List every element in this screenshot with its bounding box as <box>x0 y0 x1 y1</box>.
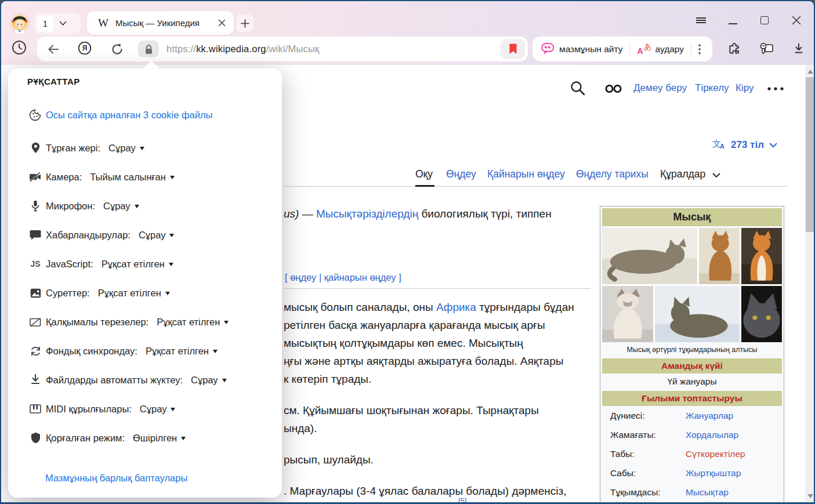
section-edit-links[interactable]: [ өңдеу | қайнарын өңдеу ] <box>285 272 401 283</box>
page-scrollbar[interactable] <box>805 65 814 502</box>
midi-value-dropdown[interactable]: Сұрау <box>140 404 176 415</box>
cat-photo-gray[interactable] <box>741 286 782 342</box>
auto-download-value-dropdown[interactable]: Сұрау <box>191 375 227 386</box>
extensions-button[interactable] <box>725 39 745 59</box>
cat-photo-siamese[interactable] <box>602 286 653 342</box>
cat-photo-ginger-white[interactable] <box>741 228 782 284</box>
tab-history[interactable]: Өңделу тарихы <box>576 168 649 180</box>
paragraph-line: см. Құйымшағы шоқтығынан жоғары. Тырнақт… <box>284 404 539 417</box>
permission-row-protected-content: Қорғалған режим: Өшірілген <box>29 430 186 445</box>
translate-label: аудару <box>655 44 684 55</box>
hamburger-icon <box>696 16 706 24</box>
back-icon[interactable] <box>46 42 60 56</box>
taxonomy-row: Табы: Сүткоректілер <box>602 444 782 463</box>
taxonomy-value-link[interactable]: Жыртқыштар <box>686 468 741 478</box>
reference-link[interactable]: [5] <box>458 496 466 502</box>
donate-link[interactable]: Демеу беру <box>633 82 687 94</box>
browser-window: 1 W Мысық — Уикипедия <box>0 0 815 504</box>
history-button[interactable] <box>10 38 28 57</box>
browser-tab[interactable]: W Мысық — Уикипедия <box>87 11 234 35</box>
cat-photo-tabby-snow[interactable] <box>655 286 740 342</box>
clock-icon <box>11 39 27 56</box>
tab-edit-source[interactable]: Қайнарын өңдеу <box>487 168 565 180</box>
login-link[interactable]: Кіру <box>736 82 754 94</box>
popups-value-dropdown[interactable]: Рұқсат етілген <box>157 317 229 328</box>
tab-read[interactable]: Оқу <box>415 168 433 180</box>
protected-content-value-dropdown[interactable]: Өшірілген <box>133 433 186 444</box>
divider <box>629 43 630 55</box>
reload-icon[interactable] <box>110 42 124 56</box>
language-count-label: 273 тіл <box>731 139 764 151</box>
infobox: Мысық <box>600 206 784 502</box>
section-divider <box>284 288 591 289</box>
tab-edit[interactable]: Өңдеу <box>446 168 476 180</box>
new-tab-button[interactable] <box>236 14 253 32</box>
felidae-link[interactable]: Мысықтәрізділердің <box>316 208 418 220</box>
taxonomy-value-link[interactable]: Жануарлар <box>686 411 733 421</box>
profile-avatar[interactable] <box>9 13 30 34</box>
passwords-button[interactable] <box>757 39 777 59</box>
maximize-icon <box>760 16 769 24</box>
minimize-icon <box>729 23 737 24</box>
yandex-button[interactable]: Я <box>78 41 92 57</box>
images-value-dropdown[interactable]: Рұқсат етілген <box>98 288 170 299</box>
dropdown-caret-icon <box>171 408 175 414</box>
page-tools: мазмұнын айту A あ аудару <box>533 37 712 61</box>
register-link[interactable]: Тіркелу <box>695 82 729 94</box>
read-aloud-label: мазмұнын айту <box>559 44 622 55</box>
maximize-button[interactable] <box>755 12 774 29</box>
dropdown-caret-icon <box>169 234 174 240</box>
url-host: kk.wikipedia.org <box>196 43 266 54</box>
downloads-button[interactable] <box>789 39 809 59</box>
header-more-icon[interactable] <box>767 87 785 90</box>
tab-tools[interactable]: Құралдар <box>660 168 705 180</box>
tools-more-button[interactable] <box>698 44 701 55</box>
appearance-glasses-icon[interactable] <box>604 84 623 93</box>
cat-photo-lying-tabby[interactable] <box>602 228 697 284</box>
tab-group-chip[interactable]: 1 <box>34 13 81 34</box>
tab-close-icon[interactable] <box>218 19 226 27</box>
kebab-menu-icon <box>698 44 701 55</box>
protected-content-icon <box>29 432 42 444</box>
microphone-value-dropdown[interactable]: Сұрау <box>103 201 139 212</box>
background-sync-value-dropdown[interactable]: Рұқсат етілген <box>146 346 218 357</box>
location-value-dropdown[interactable]: Сұрау <box>108 143 144 154</box>
taxonomy-value-redlink[interactable]: Сүткоректілер <box>686 449 745 459</box>
dropdown-caret-icon <box>181 437 186 443</box>
taxonomy-value-link[interactable]: Хордалылар <box>686 430 738 440</box>
paragraph-line: к көтеріп тұрады. <box>284 373 371 386</box>
window-menu-button[interactable] <box>691 12 711 29</box>
url-text[interactable]: https://kk.wikipedia.org/wiki/Мысық <box>166 43 320 55</box>
address-bar[interactable]: Я https://kk.wikipedia.org/wiki/Мысық <box>37 37 528 61</box>
tools-chevron-icon[interactable] <box>712 173 720 178</box>
article-intro-line: us) — Мысықтәрізділердің биологиялық түр… <box>284 208 552 220</box>
bookmark-button[interactable] <box>501 39 525 59</box>
site-permissions-button[interactable] <box>138 41 159 57</box>
cat-photo-abyssinian[interactable] <box>699 228 740 284</box>
minimize-button[interactable] <box>723 12 742 29</box>
scrollbar-thumb[interactable] <box>806 77 814 232</box>
tab-group-count: 1 <box>37 16 53 32</box>
permission-row-auto-download: Файлдарды автоматты жүктеу: Сұрау <box>29 372 227 387</box>
paragraph-line: мысық болып саналады, оны Африка тұрғынд… <box>284 301 574 314</box>
all-content-settings-link[interactable]: Мазмұнның барлық баптаулары <box>45 473 187 484</box>
camera-value-dropdown[interactable]: Тыйым салынған <box>90 172 175 183</box>
scroll-up-arrow[interactable] <box>807 70 813 74</box>
url-scheme: https:// <box>166 43 196 54</box>
translate-button[interactable]: A あ аудару <box>637 43 684 56</box>
read-aloud-button[interactable]: мазмұнын айту <box>541 43 622 55</box>
close-window-button[interactable] <box>787 12 806 29</box>
url-path: /wiki/Мысық <box>266 43 320 54</box>
midi-icon <box>29 404 42 414</box>
taxonomy-value-link[interactable]: Мысықтар <box>686 487 729 498</box>
cookies-link[interactable]: Осы сайтқа арналған 3 cookie файлы <box>46 110 212 121</box>
javascript-value-dropdown[interactable]: Рұқсат етілген <box>102 259 173 270</box>
language-selector[interactable]: 文 A 273 тіл <box>712 139 777 151</box>
microphone-icon <box>29 200 42 212</box>
dropdown-caret-icon <box>135 205 139 211</box>
scroll-down-arrow[interactable] <box>807 494 813 498</box>
africa-link[interactable]: Африка <box>436 301 476 313</box>
notifications-value-dropdown[interactable]: Сұрау <box>139 230 175 241</box>
auto-download-icon <box>29 374 42 386</box>
search-icon[interactable] <box>570 80 586 96</box>
